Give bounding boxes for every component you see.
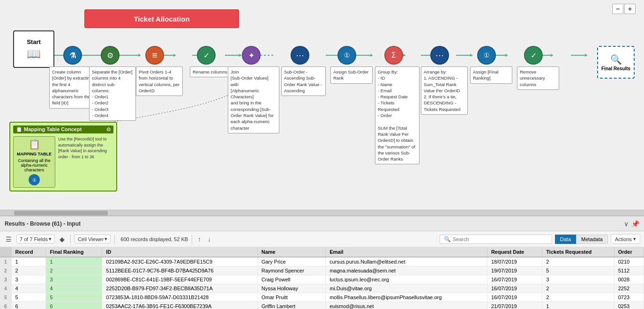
cell-request-date: 19/07/2019 xyxy=(487,266,542,275)
cell-rownum: 5 xyxy=(0,293,11,302)
cell-request-date: 18/07/2019 xyxy=(487,257,542,266)
fields-dropdown[interactable]: 7 of 7 Fields ▾ xyxy=(16,235,55,243)
col-name[interactable]: Name xyxy=(257,247,325,257)
node-2-label: Separate the [Order] columns into 4 dist… xyxy=(89,66,136,121)
zoom-in-button[interactable]: + xyxy=(624,4,636,14)
results-header: Results - Browse (61) - Input ∨ 📌 xyxy=(0,216,644,231)
records-info: 600 records displayed, 52 KB xyxy=(120,236,188,242)
mapping-table-close[interactable]: ⊙ xyxy=(106,126,111,132)
tab-metadata-button[interactable]: Metadata xyxy=(576,235,608,244)
sort-asc-icon[interactable]: ↑ xyxy=(196,235,203,244)
cell-final-ranking: 4 xyxy=(46,284,102,293)
cell-request-date: 16/07/2019 xyxy=(487,284,542,293)
cell-rownum: 1 xyxy=(0,257,11,266)
zoom-controls: − + xyxy=(612,4,636,14)
node-5-label: Join[Sub-Order Values]with[Alphanumeric … xyxy=(228,66,279,133)
table-row: 4 4 4 2252D20B-B979-FD97-34F2-BECB8A35D7… xyxy=(0,284,644,293)
node-11[interactable]: ✓ Remove unnecessary columns xyxy=(524,46,543,65)
search-icon: 🔍 xyxy=(444,236,451,243)
node-6-label: Sub-Order - Ascending Sub-Order Rank Val… xyxy=(281,66,326,96)
cell-order: 0210 xyxy=(614,257,644,266)
col-order[interactable]: Order xyxy=(614,247,644,257)
col-tickets-requested[interactable]: Tickets Requested xyxy=(542,247,614,257)
mapping-table-left: 📋 MAPPING TABLE Containing all the alpha… xyxy=(13,136,55,188)
workflow-title: Ticket Allocation xyxy=(84,9,239,28)
node-10[interactable]: ① Assign [Final Ranking] xyxy=(477,46,496,65)
results-table-wrap: Record Final Ranking ID Name Email Reque… xyxy=(0,247,644,309)
cell-tickets-requested: 2 xyxy=(542,293,614,302)
table-header-row: Record Final Ranking ID Name Email Reque… xyxy=(0,247,644,257)
cell-rownum: 3 xyxy=(0,275,11,284)
cell-rownum: 6 xyxy=(0,302,11,309)
cell-final-ranking: 3 xyxy=(46,275,102,284)
canvas-hscroll[interactable] xyxy=(0,210,644,215)
mapping-table-title-bar: 📋 Mapping Table Concept ⊙ xyxy=(13,125,113,133)
col-rownum xyxy=(0,247,11,257)
cell-name: Omar Pruitt xyxy=(257,293,325,302)
cell-request-date: 21/07/2019 xyxy=(487,302,542,309)
cell-final-ranking: 2 xyxy=(46,266,102,275)
node-11-label: Remove unnecessary columns xyxy=(517,66,559,90)
node-6[interactable]: ⋯ Sub-Order - Ascending Sub-Order Rank V… xyxy=(291,46,309,65)
cell-id: 5112BEEE-01C7-9C76-BF4B-D7BA425D9A76 xyxy=(102,266,257,275)
zoom-out-button[interactable]: − xyxy=(612,4,623,14)
col-id[interactable]: ID xyxy=(102,247,257,257)
cell-record: 3 xyxy=(11,275,46,284)
col-final-ranking[interactable]: Final Ranking xyxy=(46,247,102,257)
start-node: Start 📖 xyxy=(13,30,54,68)
table-row: 5 5 5 0723853A-1810-8BD9-59A7-D03331B214… xyxy=(0,293,644,302)
svg-marker-28 xyxy=(505,54,508,57)
actions-label: Actions xyxy=(615,236,632,242)
cell-email: mollis.Phasellus.libero@ipsumPhasellusvi… xyxy=(326,293,487,302)
node-3[interactable]: ≡ Pivot Orders 1-4 from horizontal to ve… xyxy=(145,46,164,65)
sort-desc-icon[interactable]: ↓ xyxy=(206,235,213,244)
fields-settings-icon[interactable]: ◆ xyxy=(58,235,67,244)
node-4[interactable]: ✓ Rename columns xyxy=(197,46,216,65)
actions-button[interactable]: Actions ▾ xyxy=(611,234,640,244)
search-input[interactable] xyxy=(453,236,547,242)
table-row: 1 1 1 02109BA2-923C-E26C-4309-7A9EDBFE15… xyxy=(0,257,644,266)
fields-dropdown-arrow: ▾ xyxy=(49,236,52,242)
actions-dropdown-arrow: ▾ xyxy=(633,236,636,242)
cell-email: luctus.ipsum.leo@nec.org xyxy=(326,275,487,284)
toolbar-sep-3 xyxy=(192,235,192,244)
node-5[interactable]: ✦ Join[Sub-Order Values]with[Alphanumeri… xyxy=(242,46,261,65)
viewer-dropdown[interactable]: Cell Viewer ▾ xyxy=(75,235,111,243)
col-request-date[interactable]: Request Date xyxy=(487,247,542,257)
results-table: Record Final Ranking ID Name Email Reque… xyxy=(0,247,644,309)
cell-request-date: 16/07/2019 xyxy=(487,275,542,284)
cell-final-ranking: 6 xyxy=(46,302,102,309)
cell-order: 0253 xyxy=(614,302,644,309)
mapping-table-right: Use the [RecordID] tool to automatically… xyxy=(58,136,113,188)
cell-final-ranking: 5 xyxy=(46,293,102,302)
cell-id: 02109BA2-923C-E26C-4309-7A9EDBFE15C9 xyxy=(102,257,257,266)
node-7[interactable]: ① Assign Sub-Order Rank xyxy=(337,46,356,65)
results-tbody: 1 1 1 02109BA2-923C-E26C-4309-7A9EDBFE15… xyxy=(0,257,644,309)
viewer-dropdown-arrow: ▾ xyxy=(105,236,107,242)
tab-data-button[interactable]: Data xyxy=(555,235,576,244)
svg-marker-29 xyxy=(551,54,554,57)
cell-name: Griffin Lambert xyxy=(257,302,325,309)
node-2[interactable]: ⚙ Separate the [Order] columns into 4 di… xyxy=(101,46,120,65)
toolbar-sep-1 xyxy=(70,235,71,244)
col-email[interactable]: Email xyxy=(326,247,487,257)
cell-email: cursus.purus.Nullam@elitsed.net xyxy=(326,257,487,266)
cell-tickets-requested: 5 xyxy=(542,266,614,275)
col-record[interactable]: Record xyxy=(11,247,46,257)
cell-record: 1 xyxy=(11,257,46,266)
fields-config-icon[interactable]: ☰ xyxy=(4,235,14,244)
node-8[interactable]: Σ Group By:- ID- Name- Email- Request Da… xyxy=(384,46,403,65)
results-collapse-button[interactable]: ∨ xyxy=(624,220,629,228)
node-3-label: Pivot Orders 1-4 from horizontal to vert… xyxy=(136,66,183,96)
start-label: Start xyxy=(27,38,41,45)
node-9[interactable]: ⋯ Arrange by:1. ASCENDING - Sum_Total Ra… xyxy=(430,46,449,65)
cell-request-date: 16/07/2019 xyxy=(487,293,542,302)
table-row: 3 3 3 002869BE-C81C-641E-19BF-5EEF44EFE7… xyxy=(0,275,644,284)
node-8-label: Group By:- ID- Name- Email- Request Date… xyxy=(375,66,419,164)
cell-record: 2 xyxy=(11,266,46,275)
node-1[interactable]: ⚗ Create column [Order] by extracting th… xyxy=(63,46,82,65)
cell-tickets-requested: 3 xyxy=(542,275,614,284)
results-pin-button[interactable]: 📌 xyxy=(631,220,639,228)
search-box[interactable]: 🔍 xyxy=(440,235,552,244)
svg-marker-18 xyxy=(138,54,141,57)
